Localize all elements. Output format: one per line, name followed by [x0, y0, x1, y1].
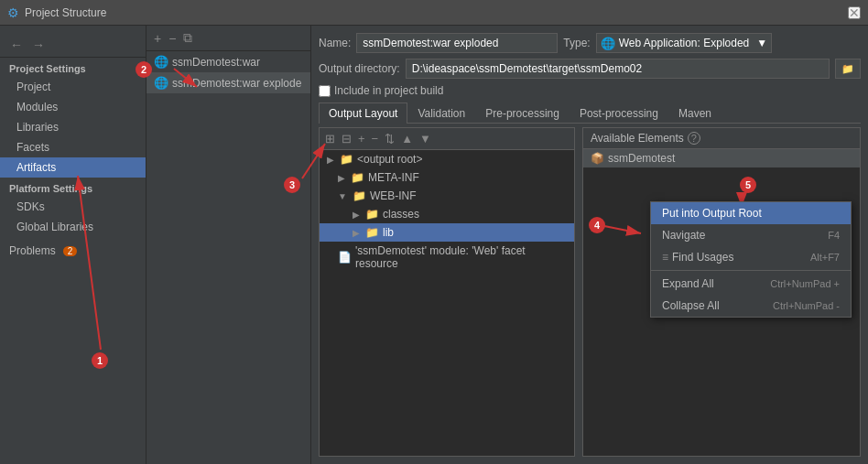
tree-item-web-inf[interactable]: ▼ 📁 WEB-INF — [320, 187, 574, 205]
output-dir-row: Output directory: 📁 — [319, 59, 861, 79]
app-icon: ⚙ — [7, 5, 19, 20]
tree-label-output-root: <output root> — [357, 153, 422, 166]
platform-settings-label: Platform Settings — [0, 178, 146, 197]
forward-button[interactable]: → — [29, 37, 48, 53]
type-value: Web Application: Exploded — [619, 37, 750, 49]
sidebar-item-project[interactable]: Project — [0, 77, 146, 97]
artifact-label-war-exploded: ssmDemotest:war explode — [172, 77, 301, 90]
include-in-build-checkbox[interactable] — [319, 85, 331, 97]
sort-button[interactable]: ⇅ — [383, 131, 396, 146]
browse-dir-button[interactable]: 📁 — [835, 59, 861, 79]
tree-label-meta-inf: META-INF — [368, 171, 419, 184]
ctx-find-usages[interactable]: ≡ Find Usages Alt+F7 — [651, 246, 851, 268]
type-dropdown-icon: ▼ — [756, 37, 767, 49]
layout-toolbar: ⊞ ⊟ + − ⇅ ▲ ▼ — [320, 128, 574, 150]
ctx-collapse-all[interactable]: Collapse All Ctrl+NumPad - — [651, 295, 851, 317]
tab-preprocessing[interactable]: Pre-processing — [475, 103, 570, 124]
sidebar-item-facets[interactable]: Facets — [0, 137, 146, 157]
type-select[interactable]: 🌐 Web Application: Exploded ▼ — [596, 33, 772, 53]
sidebar-item-libraries[interactable]: Libraries — [0, 117, 146, 137]
problems-badge: 2 — [63, 246, 78, 256]
name-type-row: Name: Type: 🌐 Web Application: Exploded … — [319, 33, 861, 53]
ctx-collapse-all-label: Collapse All — [662, 299, 720, 312]
tree-label-lib: lib — [383, 226, 394, 239]
move-down-button[interactable]: ▼ — [418, 131, 433, 146]
ctx-shortcut-1: F4 — [828, 230, 840, 241]
web-inf-folder-icon: 📁 — [353, 189, 366, 202]
tab-postprocessing[interactable]: Post-processing — [570, 103, 668, 124]
remove-layout-button[interactable]: − — [370, 131, 381, 146]
artifact-item-war[interactable]: 🌐 ssmDemotest:war — [146, 51, 310, 72]
find-usages-icon: ≡ — [662, 251, 668, 264]
artifact-item-war-exploded[interactable]: 🌐 ssmDemotest:war explode — [146, 72, 310, 93]
move-up-button[interactable]: ▲ — [399, 131, 415, 146]
sidebar-item-sdks[interactable]: SDKs — [0, 197, 146, 217]
avail-label-ssmdemotest: ssmDemotest — [608, 152, 675, 165]
type-label: Type: — [563, 37, 590, 49]
tree-item-lib[interactable]: ▶ 📁 lib — [320, 223, 574, 242]
module-resource-icon: 📄 — [338, 251, 352, 264]
available-elements-header: Available Elements ? — [583, 128, 860, 149]
output-dir-input[interactable] — [406, 59, 830, 79]
ctx-shortcut-4: Ctrl+NumPad + — [770, 278, 840, 289]
expand-web-inf-icon: ▼ — [338, 191, 347, 201]
tree-item-meta-inf[interactable]: ▶ 📁 META-INF — [320, 168, 574, 187]
sidebar-item-global-libraries[interactable]: Global Libraries — [0, 217, 146, 237]
ctx-navigate[interactable]: Navigate F4 — [651, 224, 851, 246]
project-settings-label: Project Settings — [0, 58, 146, 77]
show-all-button[interactable]: ⊟ — [340, 131, 353, 146]
ctx-navigate-label: Navigate — [662, 229, 705, 242]
root-folder-icon: 📁 — [340, 153, 353, 166]
tab-maven[interactable]: Maven — [668, 103, 722, 124]
artifact-label-war: ssmDemotest:war — [172, 56, 260, 69]
tree-item-module-resource[interactable]: 📄 'ssmDemotest' module: 'Web' facet reso… — [320, 242, 574, 273]
tab-validation[interactable]: Validation — [407, 103, 475, 124]
tree-item-output-root[interactable]: ▶ 📁 <output root> — [320, 150, 574, 168]
tab-output-layout[interactable]: Output Layout — [319, 103, 407, 124]
context-menu: Put into Output Root Navigate F4 ≡ Find … — [650, 201, 852, 318]
back-button[interactable]: ← — [7, 37, 26, 53]
window-title: Project Structure — [25, 6, 106, 19]
layout-tree: ⊞ ⊟ + − ⇅ ▲ ▼ ▶ 📁 <output root> ▶ 📁 META… — [319, 127, 575, 457]
meta-inf-folder-icon: 📁 — [351, 171, 364, 184]
module-icon: 📦 — [591, 152, 604, 165]
artifact-toolbar: + − ⧉ — [146, 26, 310, 51]
ctx-find-usages-label: Find Usages — [672, 251, 733, 264]
remove-artifact-button[interactable]: − — [167, 30, 178, 47]
problems-section: Problems 2 — [0, 237, 146, 264]
name-input[interactable] — [356, 33, 558, 53]
sidebar-item-artifacts[interactable]: Artifacts — [0, 157, 146, 178]
lib-folder-icon: 📁 — [365, 226, 379, 239]
available-elements-title: Available Elements — [591, 132, 684, 145]
war-exploded-icon: 🌐 — [154, 76, 168, 90]
add-layout-button[interactable]: + — [356, 131, 367, 146]
war-icon: 🌐 — [154, 55, 168, 69]
copy-artifact-button[interactable]: ⧉ — [181, 29, 194, 47]
tree-item-classes[interactable]: ▶ 📁 classes — [320, 205, 574, 223]
avail-item-ssmdemotest[interactable]: 📦 ssmDemotest — [583, 149, 860, 167]
tree-label-classes: classes — [383, 208, 419, 221]
add-artifact-button[interactable]: + — [152, 30, 163, 47]
expand-classes-icon: ▶ — [353, 210, 360, 220]
tabs-bar: Output Layout Validation Pre-processing … — [319, 103, 861, 124]
expand-meta-inf-icon: ▶ — [338, 173, 345, 183]
output-dir-label: Output directory: — [319, 62, 400, 75]
close-button[interactable]: ✕ — [848, 6, 861, 19]
ctx-expand-all-label: Expand All — [662, 277, 714, 290]
ctx-put-into-output-root[interactable]: Put into Output Root — [651, 202, 851, 224]
expand-root-icon: ▶ — [327, 155, 334, 165]
show-content-button[interactable]: ⊞ — [323, 131, 337, 146]
ctx-expand-all[interactable]: Expand All Ctrl+NumPad + — [651, 273, 851, 295]
include-in-build-row: Include in project build — [319, 84, 861, 97]
sidebar: ← → Project Settings Project Modules Lib… — [0, 26, 146, 464]
ctx-separator — [651, 270, 851, 271]
expand-lib-icon: ▶ — [353, 228, 360, 238]
problems-label: Problems — [9, 244, 56, 257]
help-icon: ? — [688, 132, 700, 145]
classes-folder-icon: 📁 — [365, 208, 379, 221]
include-in-build-label: Include in project build — [334, 84, 443, 97]
sidebar-item-modules[interactable]: Modules — [0, 97, 146, 117]
ctx-shortcut-5: Ctrl+NumPad - — [773, 300, 840, 311]
name-label: Name: — [319, 37, 351, 49]
tree-label-web-inf: WEB-INF — [370, 189, 417, 202]
